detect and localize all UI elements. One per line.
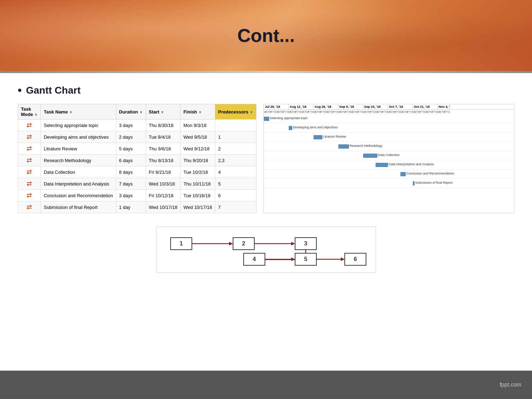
- svg-marker-3: [229, 242, 233, 245]
- svg-marker-21: [341, 257, 345, 261]
- main-content: TaskMode ▼ Task Name ▼ Duration ▼ Start …: [18, 104, 514, 213]
- svg-text:4: 4: [253, 256, 256, 262]
- task-pred-cell: 2: [215, 143, 256, 155]
- task-finish-cell: Thu 9/20/18: [181, 155, 215, 166]
- gantt-bar: [289, 126, 292, 130]
- task-duration-cell: 1 day: [116, 201, 146, 213]
- gantt-bar: [338, 144, 349, 149]
- gantt-task-label: Conclusion and Recommendetion: [406, 172, 454, 175]
- gantt-bar: [363, 154, 377, 158]
- task-mode-cell: ⇄: [18, 143, 41, 155]
- task-name-cell: Conclusion and Recommendetion: [41, 190, 116, 201]
- gantt-task-row: Conclusion and Recommendetion: [264, 170, 514, 179]
- task-finish-cell: Tue 10/2/18: [181, 166, 215, 178]
- flow-svg: 1 2 3 4: [167, 234, 387, 273]
- gantt-task-row: Developing aims and objectives: [264, 123, 514, 133]
- task-name-cell: Litrature Review: [41, 143, 116, 155]
- gantt-days-row: WSTMFTSWSTMFTSWSTMFTSWSTMFTSWSTMFTSWSTMF…: [264, 110, 514, 114]
- gantt-month-label: Oct 21, '18: [413, 104, 438, 109]
- gantt-task-label: Litrature Review: [323, 135, 346, 138]
- gantt-chart: Jul 29, '18Aug 12, '18Aug 26, '18Sep 9, …: [264, 104, 514, 213]
- col-finish[interactable]: Finish ▼: [181, 104, 215, 120]
- task-pred-cell: 4: [215, 166, 256, 178]
- gantt-month-label: Aug 12, '18: [289, 104, 314, 109]
- task-finish-cell: Tue 10/16/18: [181, 190, 215, 201]
- table-row: ⇄ Submission of final Report 1 day Wed 1…: [18, 201, 256, 213]
- gantt-month-label: Aug 26, '18: [314, 104, 338, 109]
- task-mode-cell: ⇄: [18, 166, 41, 178]
- content-area: • Gantt Chart TaskMode ▼ Task Name ▼ Dur…: [0, 73, 532, 371]
- gantt-task-label: Research Methodology: [350, 144, 383, 148]
- gantt-task-row: Litrature Review: [264, 133, 514, 142]
- task-duration-cell: 2 days: [116, 131, 146, 143]
- svg-text:5: 5: [304, 256, 307, 262]
- task-finish-cell: Wed 9/12/18: [181, 143, 215, 155]
- gantt-table-container: TaskMode ▼ Task Name ▼ Duration ▼ Start …: [18, 104, 256, 213]
- task-start-cell: Wed 10/17/18: [146, 201, 181, 213]
- gantt-bars: Selecting appropriate topicDeveloping ai…: [264, 114, 514, 188]
- flow-diagram-wrapper: 1 2 3 4: [18, 220, 514, 273]
- gantt-months-row: Jul 29, '18Aug 12, '18Aug 26, '18Sep 9, …: [264, 104, 514, 110]
- task-pred-cell: [215, 120, 256, 131]
- gantt-month-label: Sep 9, '18: [338, 104, 363, 109]
- task-duration-cell: 3 days: [116, 120, 146, 131]
- task-name-cell: Selecting appropriate topic: [41, 120, 116, 131]
- task-finish-cell: Thu 10/11/18: [181, 178, 215, 190]
- gantt-month-label: Sep 23, '18: [363, 104, 388, 109]
- table-row: ⇄ Research Methodology 6 days Thu 9/13/1…: [18, 155, 256, 166]
- task-duration-cell: 8 days: [116, 166, 146, 178]
- task-start-cell: Tue 9/4/18: [146, 131, 181, 143]
- col-duration[interactable]: Duration ▼: [116, 104, 146, 120]
- task-name-cell: Research Methodology: [41, 155, 116, 166]
- flow-diagram: 1 2 3 4: [156, 227, 376, 273]
- task-mode-cell: ⇄: [18, 178, 41, 190]
- task-mode-cell: ⇄: [18, 131, 41, 143]
- task-finish-cell: Mon 9/3/18: [181, 120, 215, 131]
- header: Cont...: [0, 0, 532, 71]
- task-pred-cell: 6: [215, 190, 256, 201]
- task-mode-cell: ⇄: [18, 201, 41, 213]
- footer: fppt.com: [0, 371, 532, 399]
- col-start[interactable]: Start ▼: [146, 104, 181, 120]
- task-duration-cell: 6 days: [116, 155, 146, 166]
- task-pred-cell: 7: [215, 201, 256, 213]
- gantt-task-label: Data Collection: [378, 153, 400, 157]
- gantt-task-label: Developing aims and objectives: [293, 126, 338, 129]
- gantt-bar: [264, 117, 269, 121]
- svg-marker-17: [291, 257, 295, 261]
- col-task-mode[interactable]: TaskMode ▼: [18, 104, 41, 120]
- gantt-task-label: Data Interpretetion and Analysis: [389, 162, 434, 166]
- gantt-bar: [314, 135, 322, 139]
- table-row: ⇄ Data Collection 8 days Fri 9/21/18 Tue…: [18, 166, 256, 178]
- gantt-day-label: S: [448, 110, 450, 114]
- gantt-month-label: Jul 29, '18: [264, 104, 289, 109]
- gantt-task-label: Submission of final Report: [415, 181, 453, 184]
- task-name-cell: Developing aims and objectives: [41, 131, 116, 143]
- task-start-cell: Thu 9/13/18: [146, 155, 181, 166]
- svg-text:6: 6: [354, 256, 357, 262]
- svg-marker-7: [291, 242, 295, 245]
- task-mode-cell: ⇄: [18, 120, 41, 131]
- bullet-icon: •: [18, 84, 22, 97]
- svg-text:1: 1: [180, 240, 183, 246]
- task-name-cell: Data Interpretetion and Analysis: [41, 178, 116, 190]
- gantt-task-row: Data Interpretetion and Analysis: [264, 160, 514, 170]
- task-name-cell: Submission of final Report: [41, 201, 116, 213]
- task-pred-cell: 1: [215, 131, 256, 143]
- task-mode-cell: ⇄: [18, 190, 41, 201]
- task-finish-cell: Wed 10/17/18: [181, 201, 215, 213]
- task-duration-cell: 7 days: [116, 178, 146, 190]
- col-task-name[interactable]: Task Name ▼: [41, 104, 116, 120]
- col-predecessors[interactable]: Predecessors ▼: [215, 104, 256, 120]
- task-mode-cell: ⇄: [18, 155, 41, 166]
- svg-text:2: 2: [242, 240, 245, 246]
- task-name-cell: Data Collection: [41, 166, 116, 178]
- task-start-cell: Thu 9/6/18: [146, 143, 181, 155]
- gantt-chart-label: Gantt Chart: [26, 85, 81, 96]
- section-title: • Gantt Chart: [18, 84, 514, 97]
- table-row: ⇄ Data Interpretetion and Analysis 7 day…: [18, 178, 256, 190]
- task-duration-cell: 5 days: [116, 143, 146, 155]
- task-start-cell: Fri 9/21/18: [146, 166, 181, 178]
- gantt-month-label: Oct 7, '18: [388, 104, 413, 109]
- gantt-month-label: Nov 4, '18: [438, 104, 450, 109]
